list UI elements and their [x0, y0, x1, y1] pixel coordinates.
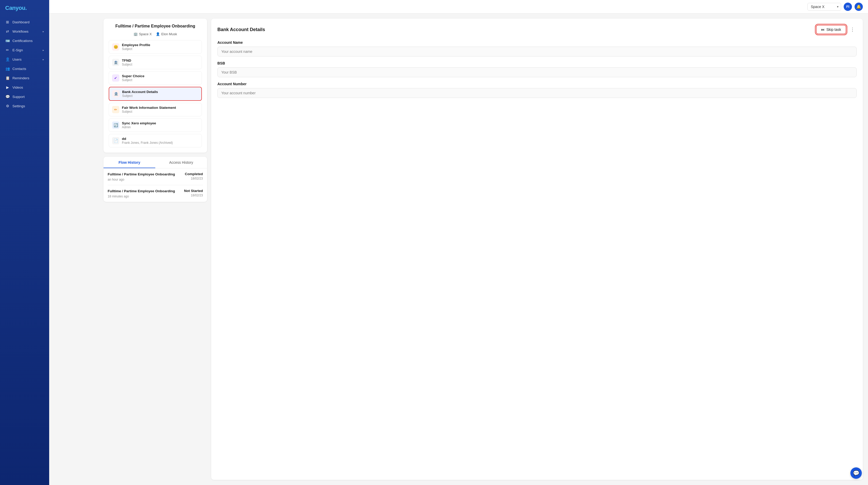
tfnd-icon: 🏦 — [112, 59, 119, 66]
account-selector[interactable]: Space X — [807, 3, 841, 10]
task-info: Employee Profile Subject — [122, 43, 198, 51]
task-item-fair-work[interactable]: ✏ Fair Work Information Statement Subjec… — [109, 103, 202, 116]
sidebar-item-contacts[interactable]: 👥 Contacts — [2, 64, 47, 73]
task-item-sync-xero[interactable]: 🔄 Sync Xero employee Admin — [109, 118, 202, 132]
sidebar-item-label: Settings — [12, 104, 25, 108]
task-item-tfnd[interactable]: 🏦 TFND Subject — [109, 56, 202, 69]
sidebar-item-videos[interactable]: ▶ Videos — [2, 83, 47, 92]
sidebar-item-label: Certifications — [12, 39, 33, 43]
videos-icon: ▶ — [5, 85, 10, 89]
task-name: Fair Work Information Statement — [122, 106, 198, 110]
sidebar-item-workflows[interactable]: ⇄ Workflows ▸ — [2, 27, 47, 36]
sync-xero-icon: 🔄 — [112, 121, 119, 129]
task-info: Fair Work Information Statement Subject — [122, 106, 198, 113]
sidebar-item-settings[interactable]: ⚙ Settings — [2, 102, 47, 110]
task-item-super-choice[interactable]: ✔ Super Choice Subject — [109, 71, 202, 85]
chat-button[interactable]: 💬 — [850, 467, 862, 479]
sidebar-item-label: Contacts — [12, 67, 26, 71]
account-selector-wrap: Space X — [807, 3, 841, 10]
workflows-icon: ⇄ — [5, 29, 10, 33]
topbar: Space X FI 🔔 — [49, 0, 868, 13]
task-sub: Subject — [122, 63, 198, 66]
sidebar-item-support[interactable]: 💬 Support — [2, 92, 47, 101]
dd-icon: 📄 — [112, 137, 119, 144]
account-number-group: Account Number — [217, 82, 857, 98]
history-item-info: Fulltime / Partime Employee Onboarding a… — [108, 172, 175, 181]
bank-account-title: Bank Account Details — [217, 27, 265, 32]
dashboard-icon: ⊞ — [5, 20, 10, 24]
avatar[interactable]: FI — [844, 3, 852, 11]
sidebar-item-label: E-Sign — [12, 48, 23, 52]
task-name: TFND — [122, 59, 198, 62]
account-number-input[interactable] — [217, 88, 857, 98]
sidebar-item-label: Users — [12, 58, 22, 61]
person-icon: 👤 — [156, 32, 160, 36]
right-panel: Bank Account Details ⏭ Skip task ⋮ Accou… — [211, 19, 863, 480]
history-item-name: Fulltime / Partime Employee Onboarding — [108, 172, 175, 177]
task-sub: Frank Jones, Frank Jones (Archived) — [122, 141, 198, 145]
bsb-input[interactable] — [217, 67, 857, 77]
skip-icon: ⏭ — [821, 27, 825, 32]
bsb-label: BSB — [217, 61, 857, 65]
history-item-name: Fulltime / Partime Employee Onboarding — [108, 189, 175, 194]
more-options-button[interactable]: ⋮ — [848, 25, 857, 34]
tab-flow-history[interactable]: Flow History — [103, 157, 155, 168]
task-name: Employee Profile — [122, 43, 198, 47]
sidebar-item-label: Workflows — [12, 30, 28, 33]
task-name: Bank Account Details — [122, 90, 198, 94]
history-item-status: Not Started 18/02/23 — [184, 189, 203, 197]
history-item-time: 18 minutes ago — [108, 195, 175, 198]
history-status-label: Not Started — [184, 189, 203, 193]
super-choice-icon: ✔ — [112, 74, 119, 82]
workflow-card: Fulltime / Partime Employee Onboarding 🏢… — [103, 19, 207, 152]
task-item-bank-account[interactable]: 🏦 Bank Account Details Subject — [109, 87, 202, 101]
right-panel-header: Bank Account Details ⏭ Skip task ⋮ — [217, 25, 857, 34]
task-name: Super Choice — [122, 74, 198, 78]
main-content: Fulltime / Partime Employee Onboarding 🏢… — [98, 13, 868, 485]
tab-access-history[interactable]: Access History — [155, 157, 207, 168]
history-tabs: Flow History Access History — [103, 157, 207, 168]
task-info: TFND Subject — [122, 59, 198, 66]
sidebar-item-label: Videos — [12, 85, 23, 89]
workflow-meta: 🏢 Space X 👤 Elon Musk — [109, 32, 202, 36]
history-item-status: Completed 18/02/23 — [185, 172, 203, 180]
task-name: Sync Xero employee — [122, 121, 198, 125]
task-sub: Subject — [122, 47, 198, 51]
workflow-title: Fulltime / Partime Employee Onboarding — [109, 24, 202, 28]
task-item-employee-profile[interactable]: 😊 Employee Profile Subject — [109, 40, 202, 54]
task-item-dd[interactable]: 📄 dd Frank Jones, Frank Jones (Archived) — [109, 134, 202, 147]
chevron-right-icon: ▸ — [43, 49, 44, 52]
chevron-right-icon: ▸ — [43, 30, 44, 33]
history-item: Fulltime / Partime Employee Onboarding 1… — [108, 185, 203, 202]
sidebar-item-label: Support — [12, 95, 25, 99]
task-info: Super Choice Subject — [122, 74, 198, 82]
account-name-label: Account Name — [217, 40, 857, 45]
fair-work-icon: ✏ — [112, 106, 119, 113]
task-info: Sync Xero employee Admin — [122, 121, 198, 129]
sidebar-item-reminders[interactable]: 📋 Reminders — [2, 74, 47, 82]
skip-task-button[interactable]: ⏭ Skip task — [816, 25, 846, 34]
history-list: Fulltime / Partime Employee Onboarding a… — [103, 168, 207, 202]
workflow-space: 🏢 Space X — [133, 32, 152, 36]
history-date: 18/02/23 — [184, 194, 203, 197]
skip-task-label: Skip task — [826, 27, 841, 32]
task-info: Bank Account Details Subject — [122, 90, 198, 98]
settings-icon: ⚙ — [5, 104, 10, 108]
history-item-info: Fulltime / Partime Employee Onboarding 1… — [108, 189, 175, 198]
sidebar-item-label: Dashboard — [12, 20, 30, 24]
sidebar-item-certifications[interactable]: 🪪 Certifications — [2, 36, 47, 45]
sidebar-item-dashboard[interactable]: ⊞ Dashboard — [2, 18, 47, 26]
sidebar-item-users[interactable]: 👤 Users ▸ — [2, 55, 47, 64]
chevron-right-icon: ▸ — [43, 58, 44, 61]
certifications-icon: 🪪 — [5, 38, 10, 43]
history-card: Flow History Access History Fulltime / P… — [103, 157, 207, 202]
employee-profile-icon: 😊 — [112, 43, 119, 51]
task-info: dd Frank Jones, Frank Jones (Archived) — [122, 137, 198, 145]
history-item-time: an hour ago — [108, 178, 175, 181]
history-date: 18/02/23 — [185, 177, 203, 180]
account-name-input[interactable] — [217, 47, 857, 56]
notification-bell[interactable]: 🔔 — [855, 3, 863, 11]
support-icon: 💬 — [5, 94, 10, 99]
account-number-label: Account Number — [217, 82, 857, 86]
sidebar-item-esign[interactable]: ✏ E-Sign ▸ — [2, 46, 47, 54]
